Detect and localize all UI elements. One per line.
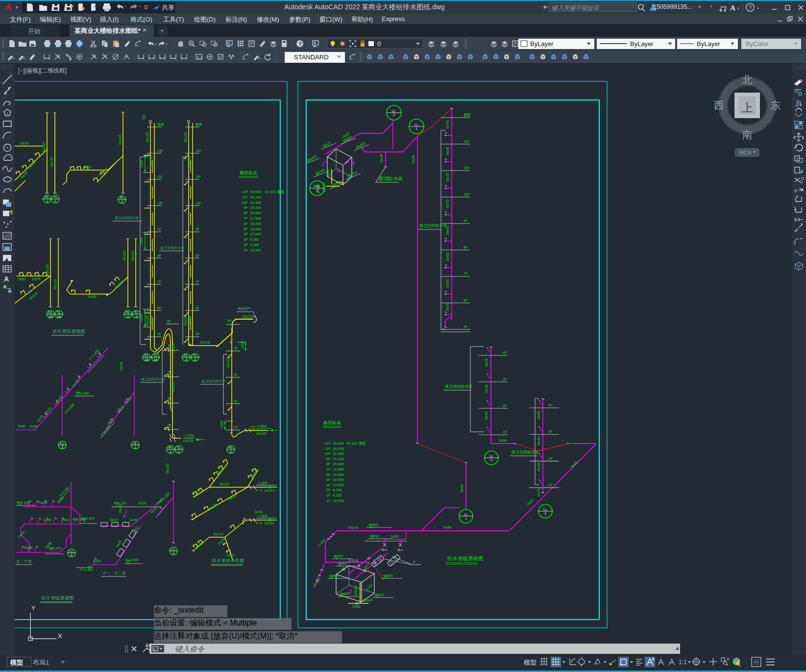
svg-text:8.300: 8.300 xyxy=(333,488,342,492)
svg-text:[−][俯视][二维线框]: [−][俯视][二维线框] xyxy=(18,67,67,74)
svg-text:?: ? xyxy=(749,4,752,10)
svg-text:De125: De125 xyxy=(122,250,126,261)
svg-text:1F: 1F xyxy=(167,425,171,428)
svg-text:给水管线透视图: 给水管线透视图 xyxy=(41,595,74,600)
svg-text:10F: 10F xyxy=(157,201,163,205)
svg-text:39.000: 39.000 xyxy=(333,441,344,446)
svg-text:De33: De33 xyxy=(43,518,51,522)
svg-text:19.200: 19.200 xyxy=(250,222,261,226)
svg-text:22.500: 22.500 xyxy=(250,216,261,221)
svg-text:十一、十二层: 十一、十二层 xyxy=(102,571,126,575)
svg-text:9F: 9F xyxy=(326,457,331,461)
svg-text:A: A xyxy=(4,275,9,283)
svg-text:JL: JL xyxy=(349,589,353,592)
svg-text:接卫生间排水管: 接卫生间排水管 xyxy=(201,379,225,383)
svg-text:北: 北 xyxy=(742,74,753,85)
svg-text:De63: De63 xyxy=(446,252,449,261)
svg-text:1200: 1200 xyxy=(140,160,143,168)
svg-text:±0.000: ±0.000 xyxy=(333,498,344,503)
svg-text:De110: De110 xyxy=(243,315,252,318)
svg-text:A: A xyxy=(11,55,14,60)
svg-text:De125: De125 xyxy=(146,315,149,325)
svg-text:PL: PL xyxy=(145,354,149,357)
svg-text:J: J xyxy=(413,560,415,564)
svg-text:10F: 10F xyxy=(324,451,331,456)
svg-text:De110: De110 xyxy=(265,489,274,492)
svg-text:8F: 8F xyxy=(157,254,161,257)
svg-text:1: 1 xyxy=(178,450,180,453)
svg-text:PL: PL xyxy=(126,311,130,314)
svg-text:5F: 5F xyxy=(244,227,248,231)
svg-text:5F: 5F xyxy=(195,332,199,336)
svg-text:1: 1 xyxy=(54,199,56,203)
svg-text:3F: 3F xyxy=(234,373,238,376)
svg-text:LL: LL xyxy=(489,454,493,458)
svg-text:De48: De48 xyxy=(537,463,540,471)
svg-text:6F: 6F xyxy=(326,473,331,477)
svg-text:12.000: 12.000 xyxy=(333,483,344,487)
svg-text:接卫生间排水管: 接卫生间排水管 xyxy=(141,377,165,381)
svg-text:P+0.350: P+0.350 xyxy=(80,568,93,572)
svg-text:10F: 10F xyxy=(195,201,201,205)
svg-text:TL: TL xyxy=(193,354,197,357)
svg-text:De20: De20 xyxy=(119,504,122,513)
svg-text:De100: De100 xyxy=(256,432,267,435)
svg-text:2F: 2F xyxy=(244,243,248,247)
svg-text:4F: 4F xyxy=(548,403,553,407)
svg-text:29.100: 29.100 xyxy=(250,205,261,210)
svg-text:1A: 1A xyxy=(153,358,158,361)
svg-text:De50: De50 xyxy=(88,295,97,299)
svg-text:De125: De125 xyxy=(226,357,230,368)
svg-text:LL: LL xyxy=(70,549,73,553)
svg-text:1A: 1A xyxy=(145,358,149,361)
svg-text:De50: De50 xyxy=(446,279,449,287)
svg-text:De110: De110 xyxy=(214,532,223,536)
svg-text:接卫生间排水管: 接卫生间排水管 xyxy=(419,224,447,228)
svg-text:接卫生间给水管: 接卫生间给水管 xyxy=(445,384,472,389)
svg-text:通消防水箱: 通消防水箱 xyxy=(378,176,403,181)
svg-text:32.400: 32.400 xyxy=(250,200,261,205)
svg-text:19.200: 19.200 xyxy=(333,473,344,477)
svg-text:8.300: 8.300 xyxy=(250,237,259,242)
svg-text:2F: 2F xyxy=(234,399,238,403)
svg-text:ByLayer: ByLayer xyxy=(630,40,654,48)
svg-text:DN100: DN100 xyxy=(354,585,358,596)
svg-text:De110: De110 xyxy=(171,343,175,353)
svg-text:29.100: 29.100 xyxy=(333,457,344,461)
svg-text:De110: De110 xyxy=(50,157,53,167)
svg-text:7F: 7F xyxy=(195,280,199,283)
svg-text:1: 1 xyxy=(415,127,417,130)
svg-text:11F: 11F xyxy=(242,195,248,199)
svg-text:STANDARD: STANDARD xyxy=(294,53,329,61)
svg-text:LL: LL xyxy=(543,508,547,511)
svg-text:ByColor: ByColor xyxy=(746,40,769,48)
svg-text:7F: 7F xyxy=(326,467,331,472)
svg-text:De110: De110 xyxy=(131,251,134,261)
svg-text:?: ? xyxy=(299,41,302,47)
svg-text:1A: 1A xyxy=(57,315,61,318)
svg-text:11F: 11F xyxy=(195,175,201,178)
svg-text:Y: Y xyxy=(31,604,36,612)
svg-text:25.800: 25.800 xyxy=(250,211,261,215)
svg-text:6F: 6F xyxy=(244,222,248,226)
svg-text:De110: De110 xyxy=(53,279,57,289)
svg-text:西: 西 xyxy=(714,100,724,111)
svg-text:2: 2 xyxy=(393,113,395,117)
svg-text:De100: De100 xyxy=(183,439,194,443)
svg-text:9F: 9F xyxy=(195,227,199,231)
svg-text:3F: 3F xyxy=(244,237,248,242)
svg-text:De48: De48 xyxy=(380,154,383,162)
svg-text:8F: 8F xyxy=(195,254,199,257)
svg-text:De50: De50 xyxy=(226,553,235,557)
svg-text:DN50: DN50 xyxy=(352,605,361,608)
svg-text:De90: De90 xyxy=(446,147,449,155)
svg-text:3F: 3F xyxy=(167,373,171,376)
svg-text:2F: 2F xyxy=(326,493,331,498)
svg-text:De100: De100 xyxy=(171,382,175,392)
svg-text:LL: LL xyxy=(464,513,468,516)
svg-text:1: 1 xyxy=(46,199,48,203)
svg-text:5F: 5F xyxy=(464,324,468,329)
svg-text:De25: De25 xyxy=(485,358,488,367)
svg-text:给水管线系统图: 给水管线系统图 xyxy=(447,555,484,561)
svg-text:700: 700 xyxy=(142,115,146,121)
